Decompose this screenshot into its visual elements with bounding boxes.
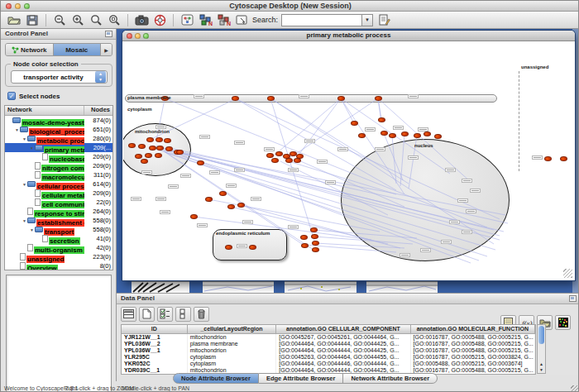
network-node[interactable]	[155, 153, 162, 158]
heatmap-icon[interactable]	[555, 315, 571, 330]
column-header-1[interactable]: ID	[122, 325, 188, 334]
network-node[interactable]	[266, 153, 274, 158]
network-node[interactable]	[156, 137, 163, 142]
expand-arrow-icon[interactable]: ▼	[29, 227, 35, 232]
expand-arrow-icon[interactable]: ▼	[14, 127, 20, 132]
expand-arrow-icon[interactable]: ▼	[22, 218, 27, 223]
search-config-icon[interactable]	[376, 12, 393, 27]
color-attribute-select[interactable]: transporter activity ▲▼	[11, 70, 108, 84]
network-node[interactable]	[294, 158, 301, 163]
expand-arrow-icon[interactable]: ▼	[29, 146, 35, 151]
network-view-window[interactable]: primary metabolic process plasma membran…	[122, 31, 575, 280]
network-node[interactable]	[205, 197, 213, 202]
table-row[interactable]: YJR121W__1mitochondrion[GO:0045267, GO:0…	[122, 334, 535, 341]
bird-eye-view[interactable]	[6, 275, 112, 392]
column-header-3[interactable]: annotation.GO CELLULAR_COMPONENT	[276, 325, 410, 334]
network-node[interactable]	[219, 191, 227, 196]
zoom-fit-icon[interactable]	[88, 12, 104, 27]
background-window-fragment[interactable]	[203, 280, 274, 293]
network-node[interactable]	[225, 245, 232, 250]
network-node[interactable]	[351, 121, 358, 126]
create-view-icon[interactable]: N	[197, 12, 213, 27]
save-icon[interactable]	[24, 12, 41, 27]
network-node[interactable]	[249, 245, 256, 250]
column-header-2[interactable]: _cellularLayoutRegion	[188, 325, 277, 334]
network-node[interactable]	[312, 247, 319, 252]
table-row[interactable]: YPL036W__1mitochondrion[GO:0044464, GO:0…	[122, 347, 535, 354]
expand-arrow-icon[interactable]: ▼	[22, 136, 27, 141]
network-node[interactable]	[165, 146, 173, 151]
background-window-fragment[interactable]	[285, 280, 356, 293]
scrollbar-thumb[interactable]	[538, 326, 544, 344]
float-panel-icon[interactable]	[569, 295, 577, 302]
background-window-fragment[interactable]	[132, 280, 189, 293]
network-node[interactable]	[434, 134, 442, 139]
unselect-attributes-icon[interactable]	[175, 307, 191, 322]
snapshot-camera-icon[interactable]	[133, 12, 150, 27]
tab-network[interactable]: Network	[6, 44, 54, 55]
float-panel-icon[interactable]	[105, 31, 112, 37]
tab-node-attribute-browser[interactable]: Node Attribute Browser	[173, 373, 259, 384]
network-node[interactable]	[149, 146, 156, 151]
network-node[interactable]	[414, 133, 421, 138]
scroll-down-icon[interactable]: ▼	[538, 367, 545, 372]
network-node[interactable]	[138, 144, 146, 149]
tab-scroll-right-icon[interactable]: ▶	[101, 44, 112, 55]
network-node[interactable]	[312, 241, 319, 246]
network-node[interactable]	[135, 154, 142, 159]
app-resize-grip[interactable]	[571, 385, 579, 392]
zoom-in-icon[interactable]	[69, 12, 86, 27]
scroll-up-icon[interactable]: ▲	[538, 361, 545, 366]
network-node[interactable]	[389, 133, 396, 138]
search-dropdown-icon[interactable]: ▼	[362, 14, 373, 26]
network-node[interactable]	[146, 137, 154, 142]
network-node[interactable]	[544, 156, 552, 161]
network-node[interactable]	[271, 158, 279, 163]
open-file-icon[interactable]	[6, 12, 22, 27]
network-node[interactable]	[141, 159, 148, 164]
background-window-fragment[interactable]	[366, 280, 438, 293]
expand-arrow-icon[interactable]: ▼	[22, 182, 27, 187]
network-node[interactable]	[358, 133, 366, 138]
select-attributes-icon[interactable]	[157, 307, 173, 322]
network-node[interactable]	[164, 138, 171, 143]
network-node[interactable]	[310, 227, 318, 232]
network-node[interactable]	[156, 146, 164, 151]
new-attribute-icon[interactable]	[139, 307, 155, 322]
network-node[interactable]	[337, 96, 345, 101]
network-node[interactable]	[232, 96, 239, 101]
network-node[interactable]	[300, 235, 308, 240]
tab-mosaic[interactable]: Mosaic	[54, 44, 102, 55]
tab-network-attribute-browser[interactable]: Network Attribute Browser	[343, 373, 438, 384]
table-scrollbar[interactable]: ▲ ▼	[537, 324, 546, 374]
column-header-4[interactable]: annotation.GO MOLECULAR_FUNCTION	[411, 325, 535, 334]
attribute-grid-icon[interactable]	[121, 307, 136, 322]
network-node[interactable]	[145, 153, 152, 158]
network-node[interactable]	[285, 158, 293, 163]
network-window-titlebar[interactable]: primary metabolic process	[122, 31, 575, 41]
network-node[interactable]	[378, 117, 385, 122]
network-node[interactable]	[190, 214, 198, 219]
network-node[interactable]	[380, 131, 388, 136]
table-row[interactable]: YLR295Ccytoplasm[GO:0045263, GO:0044464,…	[122, 354, 535, 361]
select-nodes-checkbox[interactable]: ✓	[7, 92, 16, 100]
network-node[interactable]	[267, 96, 275, 101]
destroy-view-icon[interactable]: N	[215, 12, 232, 27]
annotation-icon[interactable]	[233, 12, 250, 27]
tab-edge-attribute-browser[interactable]: Edge Attribute Browser	[259, 373, 343, 384]
attribute-table-header[interactable]: ID_cellularLayoutRegionannotation.GO CEL…	[122, 325, 535, 334]
network-node[interactable]	[301, 243, 309, 248]
network-node[interactable]	[423, 131, 431, 136]
tree-row-overview[interactable]: Overview8(0)	[5, 261, 112, 270]
network-node[interactable]	[197, 160, 204, 165]
network-node[interactable]	[275, 151, 283, 156]
network-node[interactable]	[560, 156, 567, 161]
network-node[interactable]	[401, 131, 409, 136]
delete-attribute-icon[interactable]	[194, 307, 209, 322]
help-lifebuoy-icon[interactable]	[151, 12, 168, 27]
network-node[interactable]	[375, 96, 382, 101]
network-node[interactable]	[227, 204, 235, 209]
app-titlebar[interactable]: Cytoscape Desktop (New Session)	[1, 1, 579, 12]
network-node[interactable]	[237, 203, 245, 208]
layout-icon[interactable]	[179, 12, 195, 27]
